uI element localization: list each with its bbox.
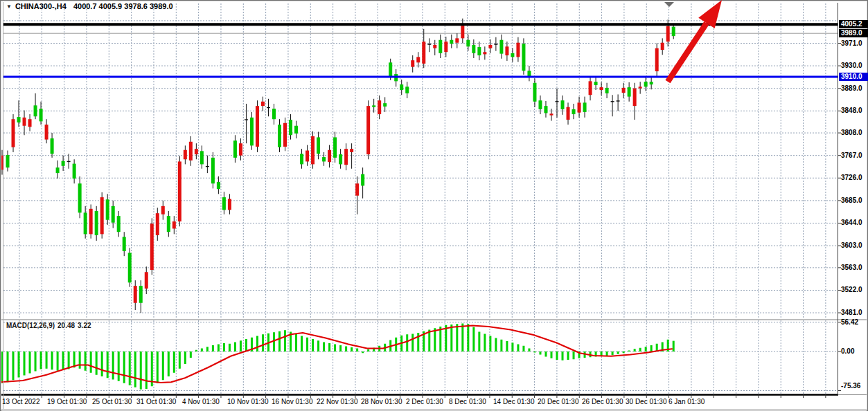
- macd-layer: [0, 324, 675, 390]
- macd-value: 20.48: [57, 322, 75, 329]
- macd-signal-value: 3.22: [78, 322, 91, 329]
- ohlc-values: 4000.7 4005.9 3978.6 3989.0: [73, 2, 173, 10]
- chart-title: ▼CHINA300-,H44000.7 4005.9 3978.6 3989.0: [6, 2, 173, 10]
- candles-layer: [1, 19, 675, 313]
- macd-name: MACD(12,26,9): [6, 322, 55, 329]
- symbol-dropdown-icon[interactable]: ▼: [6, 3, 12, 10]
- chart-window[interactable]: ▼CHINA300-,H44000.7 4005.9 3978.6 3989.0…: [0, 0, 868, 411]
- chart-canvas[interactable]: [0, 0, 868, 411]
- macd-indicator-label: MACD(12,26,9)20.483.22: [6, 322, 94, 329]
- symbol-timeframe: CHINA300-,H4: [15, 2, 67, 10]
- bar-marker-icon[interactable]: [664, 2, 674, 7]
